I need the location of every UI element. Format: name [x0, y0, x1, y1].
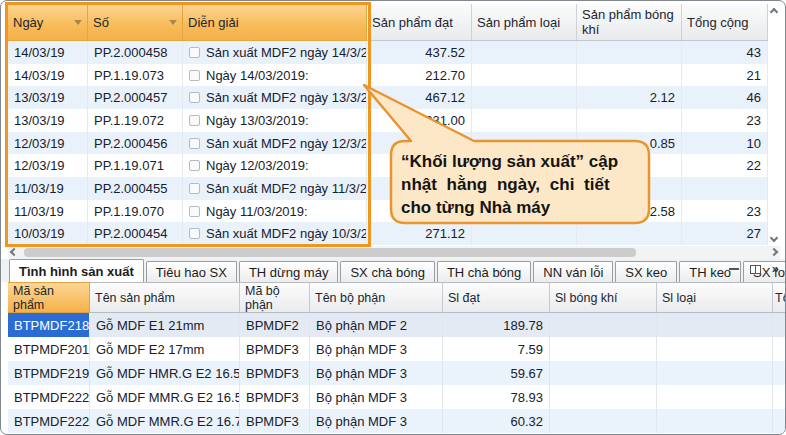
- tab-th-cha-bong[interactable]: TH chà bóng: [437, 261, 531, 282]
- overflow-chevron-icon[interactable]: »: [772, 264, 779, 274]
- cell-sl-loai[interactable]: [657, 337, 773, 361]
- cell-dien-giai[interactable]: Ngày 11/03/2019:: [183, 200, 367, 223]
- cell-san-pham-bong-khi[interactable]: [577, 41, 682, 64]
- cell-sl-bong-khi[interactable]: [550, 361, 657, 385]
- checkbox-icon[interactable]: [189, 206, 200, 217]
- cell-ma-bo-phan[interactable]: BPMDF3: [240, 385, 310, 409]
- filter-dropdown-icon[interactable]: [169, 20, 177, 25]
- cell-ten-bo-phan[interactable]: Bộ phận MDF 3: [310, 337, 443, 361]
- cell-dien-giai[interactable]: Sản xuất MDF2 ngày 12/3/201: [183, 132, 367, 155]
- horizontal-scrollbar[interactable]: [8, 246, 780, 259]
- cell-ma-bo-phan[interactable]: BPMDF3: [240, 361, 310, 385]
- checkbox-icon[interactable]: [189, 183, 200, 194]
- cell-sl-bong-khi[interactable]: [550, 385, 657, 409]
- cell-sl-dat[interactable]: 59.67: [443, 361, 550, 385]
- window-panel-icon[interactable]: [750, 265, 761, 274]
- cell-ten-san-pham[interactable]: Gỗ MDF MMR.G E2 16.7mm: [90, 409, 240, 433]
- cell-ma-san-pham[interactable]: BTPMDF219: [8, 361, 90, 385]
- filter-dropdown-icon[interactable]: [74, 20, 82, 25]
- cell-sl-loai[interactable]: [657, 313, 773, 337]
- cell-ngay[interactable]: 14/03/19: [8, 41, 88, 64]
- cell-dien-giai[interactable]: Ngày 12/03/2019:: [183, 154, 367, 177]
- tab-tinh-hinh-san-xuat[interactable]: Tình hình sản xuất: [9, 259, 144, 282]
- cell-ten-san-pham[interactable]: Gỗ MDF E2 17mm: [90, 337, 240, 361]
- cell-ngay[interactable]: 11/03/19: [8, 177, 88, 200]
- cell-sl-loai[interactable]: [657, 385, 773, 409]
- column-header-tong-cong[interactable]: Tổng cộng: [682, 4, 768, 41]
- tab-sx-keo[interactable]: SX keo: [615, 261, 677, 282]
- cell-to[interactable]: [773, 385, 786, 409]
- cell-ngay[interactable]: 13/03/19: [8, 86, 88, 109]
- column-header-sl-dat[interactable]: Sl đạt: [443, 282, 550, 313]
- tab-tieu-hao-sx[interactable]: Tiêu hao SX: [146, 261, 237, 282]
- cell-ten-san-pham[interactable]: Gỗ MDF HMR.G E2 16.5mm: [90, 361, 240, 385]
- cell-sl-dat[interactable]: 60.32: [443, 409, 550, 433]
- scroll-up-icon[interactable]: [770, 8, 778, 16]
- tab-sx-cha-bong[interactable]: SX chà bóng: [340, 261, 434, 282]
- cell-dien-giai[interactable]: Ngày 14/03/2019:: [183, 64, 367, 87]
- column-header-ma-san-pham[interactable]: Mã sản phẩm: [8, 282, 90, 313]
- tab-nn-van-loi[interactable]: NN ván lỗi: [533, 261, 613, 282]
- cell-dien-giai[interactable]: Sản xuất MDF2 ngày 13/3/201: [183, 86, 367, 109]
- cell-so[interactable]: PP.2.000457: [88, 86, 183, 109]
- scrollbar-thumb[interactable]: [24, 248, 636, 257]
- cell-tong-cong[interactable]: 23: [682, 200, 768, 223]
- cell-so[interactable]: PP.1.19.071: [88, 154, 183, 177]
- cell-to[interactable]: [773, 361, 786, 385]
- cell-tong-cong[interactable]: 23: [682, 109, 768, 132]
- column-header-ten-bo-phan[interactable]: Tên bộ phận: [310, 282, 443, 313]
- cell-ngay[interactable]: 13/03/19: [8, 109, 88, 132]
- cell-tong-cong[interactable]: 10: [682, 132, 768, 155]
- column-header-sl-bong-khi[interactable]: Sl bóng khí: [550, 282, 657, 313]
- cell-ngay[interactable]: 11/03/19: [8, 200, 88, 223]
- checkbox-icon[interactable]: [189, 160, 200, 171]
- scroll-down-icon[interactable]: [770, 234, 778, 242]
- cell-tong-cong[interactable]: [682, 177, 768, 200]
- cell-so[interactable]: PP.1.19.070: [88, 200, 183, 223]
- cell-ngay[interactable]: 14/03/19: [8, 64, 88, 87]
- cell-ten-san-pham[interactable]: Gỗ MDF E1 21mm: [90, 313, 240, 337]
- cell-ma-san-pham-selected[interactable]: BTPMDF218: [8, 313, 90, 337]
- cell-ngay[interactable]: 12/03/19: [8, 132, 88, 155]
- column-header-san-pham-bong-khi[interactable]: Sản phẩm bóng khí: [577, 4, 682, 41]
- cell-ma-san-pham[interactable]: BTPMDF222: [8, 385, 90, 409]
- cell-ma-san-pham[interactable]: BTPMDF201: [8, 337, 90, 361]
- cell-ten-bo-phan[interactable]: Bộ phận MDF 3: [310, 409, 443, 433]
- column-header-so[interactable]: Số: [88, 4, 183, 41]
- cell-ngay[interactable]: 10/03/19: [8, 222, 88, 245]
- cell-tong-cong[interactable]: 21: [682, 64, 768, 87]
- column-header-ngay[interactable]: Ngày: [8, 4, 88, 41]
- scroll-left-icon[interactable]: [10, 248, 18, 256]
- cell-so[interactable]: PP.2.000454: [88, 222, 183, 245]
- cell-san-pham-loai[interactable]: [472, 41, 577, 64]
- tab-th-dung-may[interactable]: TH dừng máy: [239, 261, 339, 282]
- cell-dien-giai[interactable]: Sản xuất MDF2 ngày 10/3/201: [183, 222, 367, 245]
- checkbox-icon[interactable]: [189, 138, 200, 149]
- cell-so[interactable]: PP.1.19.073: [88, 64, 183, 87]
- cell-to[interactable]: [773, 409, 786, 433]
- cell-so[interactable]: PP.2.000456: [88, 132, 183, 155]
- cell-so[interactable]: PP.2.000458: [88, 41, 183, 64]
- cell-dien-giai[interactable]: Sản xuất MDF2 ngày 11/3/201: [183, 177, 367, 200]
- cell-tong-cong[interactable]: 46: [682, 86, 768, 109]
- cell-ma-bo-phan[interactable]: BPMDF3: [240, 409, 310, 433]
- cell-sl-loai[interactable]: [657, 361, 773, 385]
- checkbox-icon[interactable]: [189, 92, 200, 103]
- cell-ten-bo-phan[interactable]: Bộ phận MDF 3: [310, 361, 443, 385]
- column-header-san-pham-dat[interactable]: Sản phẩm đạt: [367, 4, 472, 41]
- column-header-sl-loai[interactable]: Sl loại: [657, 282, 773, 313]
- scroll-right-icon[interactable]: [770, 248, 778, 256]
- cell-tong-cong[interactable]: 27: [682, 222, 768, 245]
- cell-sl-bong-khi[interactable]: [550, 313, 657, 337]
- cell-tong-cong[interactable]: 43: [682, 41, 768, 64]
- column-header-to[interactable]: Tổ: [773, 282, 786, 313]
- column-header-san-pham-loai[interactable]: Sản phẩm loại: [472, 4, 577, 41]
- cell-dien-giai[interactable]: Ngày 13/03/2019:: [183, 109, 367, 132]
- cell-ma-bo-phan[interactable]: BPMDF2: [240, 313, 310, 337]
- cell-to[interactable]: [773, 313, 786, 337]
- cell-sl-dat[interactable]: 189.78: [443, 313, 550, 337]
- cell-ten-bo-phan[interactable]: Bộ phận MDF 3: [310, 385, 443, 409]
- checkbox-icon[interactable]: [189, 228, 200, 239]
- cell-to[interactable]: [773, 337, 786, 361]
- cell-dien-giai[interactable]: Sản xuất MDF2 ngày 14/3/201: [183, 41, 367, 64]
